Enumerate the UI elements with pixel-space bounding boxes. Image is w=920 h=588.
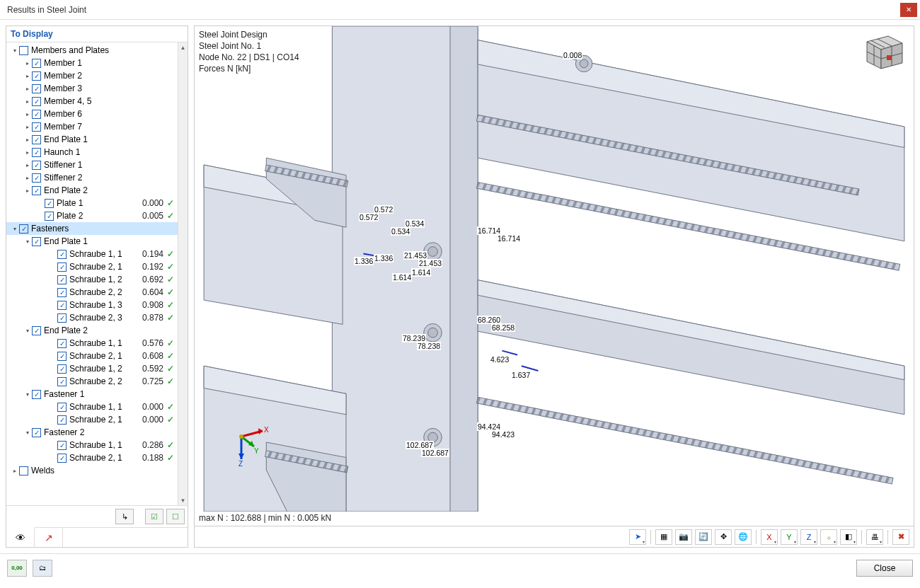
tab-vector[interactable]: ↗ (35, 528, 63, 547)
tree-item[interactable]: ▸✓Schraube 2, 10.000✓ (6, 413, 178, 426)
checkbox[interactable]: ✓ (45, 199, 54, 208)
tb-print-button[interactable]: 🖶▾ (866, 529, 883, 545)
chevron-down-icon[interactable]: ▾ (23, 237, 32, 246)
checkbox[interactable]: ✓ (57, 275, 67, 284)
tree-scrollbar[interactable]: ▲ ▼ (178, 42, 188, 505)
tree-item[interactable]: ▸✓Member 6 (6, 108, 178, 120)
checkbox[interactable]: ✓ (57, 415, 67, 425)
chevron-right-icon[interactable]: ▸ (23, 110, 32, 118)
checkbox[interactable]: ✓ (32, 186, 41, 195)
checkbox[interactable]: ✓ (57, 313, 67, 323)
tree-item[interactable]: ▸✓Member 1 (6, 57, 178, 69)
tree-item[interactable]: ▸✓Member 4, 5 (6, 95, 178, 108)
tree-item[interactable]: ▾✓End Plate 1 (6, 235, 178, 248)
chevron-right-icon[interactable]: ▸ (23, 148, 32, 156)
checkbox[interactable]: ✓ (32, 97, 41, 106)
checkbox[interactable]: ✓ (57, 364, 67, 374)
tool-check-all-button[interactable]: ☑ (145, 509, 163, 524)
chevron-right-icon[interactable]: ▸ (23, 84, 32, 93)
view-cube[interactable] (858, 32, 904, 73)
tree-item[interactable]: ▸✓Schraube 2, 20.725✓ (6, 375, 178, 388)
close-button[interactable]: Close (856, 560, 913, 577)
tree-item[interactable]: ▾✓Fastener 2 (6, 426, 178, 439)
viewport-canvas[interactable]: Steel Joint Design Steel Joint No. 1 Nod… (195, 26, 914, 512)
tool-uncheck-all-button[interactable]: ☐ (166, 509, 185, 524)
tree-item[interactable]: ▸✓Schraube 1, 30.908✓ (6, 299, 178, 311)
checkbox[interactable]: ✓ (32, 59, 41, 68)
tree-item[interactable]: ▾✓Fasteners (6, 222, 178, 235)
tree-item[interactable]: ▸✓Schraube 1, 10.000✓ (6, 400, 178, 413)
checkbox[interactable]: ✓ (19, 224, 28, 234)
chevron-down-icon[interactable]: ▾ (11, 224, 19, 233)
checkbox[interactable]: ✓ (57, 263, 67, 272)
chevron-right-icon[interactable]: ▸ (23, 122, 32, 131)
axis-widget[interactable]: X Y Z (227, 415, 268, 466)
checkbox[interactable]: ✓ (57, 377, 67, 386)
tree-item[interactable]: ▸✓Schraube 1, 20.592✓ (6, 362, 178, 375)
chevron-right-icon[interactable]: ▸ (11, 466, 19, 475)
tb-grid-button[interactable]: ▦ (655, 529, 672, 545)
tree-item[interactable]: ▸✓Schraube 1, 10.576✓ (6, 337, 178, 350)
chevron-right-icon[interactable]: ▸ (23, 173, 32, 182)
chevron-right-icon[interactable]: ▸ (23, 97, 32, 105)
tb-rotate-button[interactable]: 🔄 (695, 529, 712, 545)
chevron-down-icon[interactable]: ▾ (11, 46, 19, 54)
tool-pointer-button[interactable]: ↳ (115, 509, 134, 524)
tree-item[interactable]: ▸✓Haunch 1 (6, 146, 178, 158)
checkbox[interactable]: ✓ (19, 46, 28, 55)
checkbox[interactable]: ✓ (32, 122, 41, 132)
checkbox[interactable]: ✓ (32, 428, 41, 437)
chevron-right-icon[interactable]: ▸ (23, 186, 32, 195)
chevron-down-icon[interactable]: ▾ (23, 390, 32, 398)
tb-view-z-button[interactable]: Z▾ (800, 529, 817, 545)
tree-item[interactable]: ▸✓Stiffener 1 (6, 158, 178, 171)
checkbox[interactable]: ✓ (57, 288, 67, 297)
tb-view-y-button[interactable]: Y▾ (781, 529, 798, 545)
tree-item[interactable]: ▸✓Schraube 2, 10.188✓ (6, 451, 178, 464)
tb-camera-button[interactable]: 📷 (675, 529, 692, 545)
tree-item[interactable]: ▾✓End Plate 2 (6, 324, 178, 337)
tree-item[interactable]: ▸✓Plate 20.005✓ (6, 209, 178, 222)
checkbox[interactable]: ✓ (32, 326, 41, 335)
checkbox[interactable]: ✓ (57, 441, 67, 450)
tree-item[interactable]: ▾✓Fastener 1 (6, 388, 178, 400)
checkbox[interactable]: ✓ (57, 250, 67, 259)
tb-reset-button[interactable]: ✖ (892, 529, 909, 545)
tb-move-button[interactable]: ✥ (715, 529, 732, 545)
checkbox[interactable]: ✓ (57, 454, 67, 463)
checkbox[interactable]: ✓ (32, 161, 41, 170)
tree-item[interactable]: ▸✓Stiffener 2 (6, 171, 178, 184)
tab-eye[interactable]: 👁 (6, 527, 35, 547)
chevron-down-icon[interactable]: ▾ (23, 326, 32, 335)
tb-view-cube-button[interactable]: ◧▾ (840, 529, 857, 545)
tree-item[interactable]: ▸✓Schraube 2, 10.608✓ (6, 350, 178, 362)
checkbox[interactable]: ✓ (32, 237, 41, 246)
display-tree[interactable]: ▾✓Members and Plates▸✓Member 1▸✓Member 2… (6, 42, 178, 505)
scroll-up-icon[interactable]: ▲ (178, 42, 188, 52)
checkbox[interactable]: ✓ (45, 212, 54, 221)
tb-vector-button[interactable]: ➤▾ (629, 529, 646, 545)
checkbox[interactable]: ✓ (32, 71, 41, 81)
close-icon[interactable]: ✕ (900, 3, 917, 17)
tree-item[interactable]: ▾✓Members and Plates (6, 44, 178, 57)
checkbox[interactable]: ✓ (32, 110, 41, 119)
checkbox[interactable]: ✓ (19, 466, 28, 475)
checkbox[interactable]: ✓ (32, 84, 41, 93)
bottom-table-button[interactable]: 🗂 (33, 560, 52, 577)
checkbox[interactable]: ✓ (32, 390, 41, 399)
tree-item[interactable]: ▸✓End Plate 1 (6, 133, 178, 146)
tree-item[interactable]: ▸✓Plate 10.000✓ (6, 197, 178, 209)
tb-view-x-button[interactable]: X▾ (761, 529, 778, 545)
tb-globe-button[interactable]: 🌐 (735, 529, 752, 545)
tree-item[interactable]: ▸✓Schraube 1, 10.286✓ (6, 439, 178, 451)
tree-item[interactable]: ▸✓End Plate 2 (6, 184, 178, 197)
chevron-right-icon[interactable]: ▸ (23, 71, 32, 80)
tree-item[interactable]: ▸✓Member 7 (6, 120, 178, 133)
tb-view-iso-button[interactable]: ⬦▾ (820, 529, 837, 545)
checkbox[interactable]: ✓ (57, 339, 67, 348)
tree-item[interactable]: ▸✓Welds (6, 464, 178, 477)
bottom-units-button[interactable]: 0,00 (7, 560, 27, 577)
checkbox[interactable]: ✓ (57, 403, 67, 412)
tree-item[interactable]: ▸✓Schraube 1, 10.194✓ (6, 248, 178, 260)
chevron-right-icon[interactable]: ▸ (23, 59, 32, 67)
